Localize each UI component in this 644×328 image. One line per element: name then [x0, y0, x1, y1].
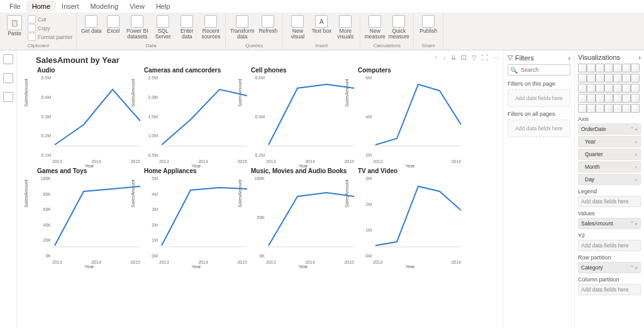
- publish-button[interactable]: Publish: [416, 14, 440, 35]
- viz-type-icon[interactable]: [587, 94, 596, 103]
- viz-type-icon[interactable]: [604, 104, 613, 113]
- drill-down-icon[interactable]: ↓: [443, 54, 446, 61]
- filters-search-input[interactable]: [519, 66, 568, 74]
- new-visual-button[interactable]: New visual: [286, 14, 309, 40]
- viz-type-icon[interactable]: [631, 64, 640, 72]
- x-axis-label: Year: [84, 163, 94, 169]
- menu-file[interactable]: File: [4, 1, 26, 12]
- small-multiple[interactable]: Cell phones SalesAmount 0.6M0.4M0.2M 201…: [250, 67, 357, 167]
- viz-type-icon[interactable]: [631, 94, 640, 103]
- viz-type-icon[interactable]: [587, 64, 596, 72]
- viz-type-icon[interactable]: [578, 104, 587, 113]
- col-partition-well[interactable]: Add data fields here: [578, 284, 641, 295]
- menu-insert[interactable]: Insert: [56, 1, 85, 12]
- small-multiple[interactable]: Games and Toys SalesAmount 100K80K60K40K…: [36, 167, 143, 268]
- small-multiple[interactable]: Music, Movies and Audio Books SalesAmoun…: [250, 167, 357, 268]
- copy-button[interactable]: Copy: [28, 24, 50, 32]
- viz-type-icon[interactable]: [596, 84, 604, 93]
- viz-type-icon[interactable]: [613, 104, 622, 113]
- model-view-icon[interactable]: [3, 92, 13, 102]
- viz-type-icon[interactable]: [587, 104, 596, 113]
- recent-sources-button[interactable]: Recent sources: [199, 14, 223, 40]
- legend-well[interactable]: Add data fields here: [578, 196, 641, 207]
- menu-modeling[interactable]: Modeling: [85, 1, 125, 12]
- viz-type-icon[interactable]: [587, 74, 596, 82]
- hierarchy-icon[interactable]: ⚀: [461, 54, 467, 61]
- filters-collapse-icon[interactable]: ›: [568, 54, 570, 62]
- cut-button[interactable]: Cut: [28, 15, 46, 23]
- viz-type-icon[interactable]: [596, 104, 604, 113]
- small-multiple[interactable]: Audio SalesAmount 0.5M0.4M0.3M0.2M0.1M 2…: [36, 67, 143, 167]
- refresh-icon: [262, 15, 274, 28]
- filters-icon: ▽: [508, 54, 513, 62]
- paste-button[interactable]: 📋Paste: [3, 14, 26, 37]
- axis-field[interactable]: OrderDate˅ ×: [578, 123, 641, 135]
- viz-type-icon[interactable]: [578, 74, 587, 82]
- viz-type-icon[interactable]: [604, 94, 613, 103]
- viz-type-icon[interactable]: [604, 74, 613, 82]
- viz-type-icon[interactable]: [631, 84, 640, 93]
- viz-type-icon[interactable]: [613, 64, 622, 72]
- y-axis-label: SalesAmount: [237, 179, 243, 208]
- viz-type-icon[interactable]: [613, 94, 622, 103]
- viz-type-icon[interactable]: [578, 94, 587, 103]
- menu-home[interactable]: Home: [26, 1, 56, 12]
- viz-type-icon[interactable]: [604, 84, 613, 93]
- viz-type-icon[interactable]: [631, 74, 640, 82]
- expand-down-icon[interactable]: ⇊: [451, 54, 456, 61]
- viz-type-icon[interactable]: [622, 84, 631, 93]
- values-field[interactable]: SalesAmount˅ ×: [578, 218, 641, 229]
- focus-mode-icon[interactable]: ⛶: [482, 54, 488, 61]
- new-measure-button[interactable]: New measure: [363, 14, 387, 40]
- get-data-button[interactable]: Get data: [79, 14, 103, 35]
- viz-collapse-icon[interactable]: ›: [638, 54, 641, 61]
- viz-type-icon[interactable]: [596, 74, 604, 82]
- drill-up-icon[interactable]: ↑: [435, 54, 438, 61]
- transform-data-button[interactable]: Transform data: [228, 14, 256, 40]
- menu-help[interactable]: Help: [150, 1, 176, 12]
- more-visuals-button[interactable]: More visuals: [333, 14, 357, 40]
- axis-level-year[interactable]: Year×: [578, 136, 641, 147]
- report-view-icon[interactable]: [3, 54, 13, 64]
- small-multiple[interactable]: Home Appliances SalesAmount 5M4M3M2M1M0M…: [143, 167, 250, 268]
- report-canvas[interactable]: ↑ ↓ ⇊ ⚀ ▽ ⛶ ⋯ SalesAmount by Year Audio …: [17, 50, 503, 328]
- small-multiple[interactable]: Computers SalesAmount 6M4M2M 20122014 Ye…: [357, 67, 464, 167]
- y2-well[interactable]: Add data fields here: [578, 240, 641, 251]
- axis-level-quarter[interactable]: Quarter×: [578, 149, 641, 160]
- sql-server-button[interactable]: SQL Server: [151, 14, 175, 40]
- text-box-button[interactable]: AText box: [309, 14, 333, 35]
- more-options-icon[interactable]: ⋯: [493, 54, 499, 61]
- enter-data-button[interactable]: Enter data: [175, 14, 199, 40]
- row-partition-field[interactable]: Category˅ ×: [578, 262, 641, 273]
- viz-type-icon[interactable]: [596, 64, 604, 72]
- small-multiple[interactable]: TV and Video SalesAmount 3M2M1M0M 201220…: [357, 167, 464, 268]
- data-view-icon[interactable]: [3, 73, 13, 83]
- filters-search[interactable]: 🔍: [508, 64, 570, 76]
- viz-type-icon[interactable]: [613, 74, 622, 82]
- viz-type-icon[interactable]: [631, 104, 640, 113]
- format-painter-button[interactable]: Format painter: [28, 33, 72, 41]
- y-ticks: 2.5M2.0M1.5M1.0M0.5M: [144, 76, 158, 157]
- viz-type-icon[interactable]: [596, 94, 604, 103]
- viz-type-icon[interactable]: [587, 84, 596, 93]
- filter-icon[interactable]: ▽: [472, 54, 477, 61]
- quick-measure-button[interactable]: Quick measure: [387, 14, 411, 40]
- menu-view[interactable]: View: [124, 1, 150, 12]
- refresh-button[interactable]: Refresh: [256, 14, 280, 35]
- viz-type-icon[interactable]: [622, 104, 631, 113]
- viz-type-icon[interactable]: [622, 74, 631, 82]
- pbi-datasets-button[interactable]: Power BI datasets: [123, 14, 151, 40]
- viz-type-icon[interactable]: [622, 94, 631, 103]
- viz-type-icon[interactable]: [622, 64, 631, 72]
- viz-type-icon[interactable]: [604, 64, 613, 72]
- excel-button[interactable]: Excel: [103, 14, 123, 35]
- filters-on-page-well[interactable]: Add data fields here: [508, 89, 570, 107]
- small-multiple[interactable]: Cameras and camcorders SalesAmount 2.5M2…: [143, 67, 250, 167]
- axis-level-day[interactable]: Day×: [578, 174, 641, 185]
- viz-type-icon[interactable]: [578, 64, 587, 72]
- viz-type-icon[interactable]: [578, 84, 587, 93]
- filters-all-pages-well[interactable]: Add data fields here: [508, 120, 570, 137]
- axis-level-month[interactable]: Month×: [578, 161, 641, 172]
- viz-type-icon[interactable]: [613, 84, 622, 93]
- filters-all-pages-header: Filters on all pages: [508, 111, 570, 117]
